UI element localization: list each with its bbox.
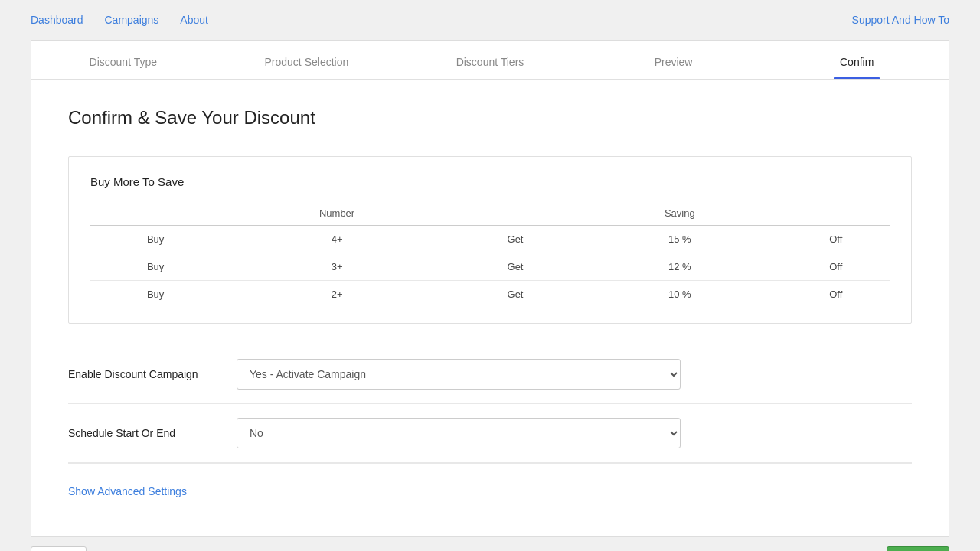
table-row: Buy 3+ Get 12 % Off bbox=[90, 253, 890, 281]
top-nav: Dashboard Campaigns About Support And Ho… bbox=[0, 0, 980, 40]
row1-col2: 4+ bbox=[220, 226, 453, 253]
col-header-number: Number bbox=[220, 201, 453, 226]
table-row: Buy 4+ Get 15 % Off bbox=[90, 226, 890, 253]
step-confim[interactable]: Confim bbox=[765, 41, 949, 79]
footer-bar: Back Save bbox=[0, 537, 980, 551]
advanced-settings-section: Show Advanced Settings bbox=[68, 463, 912, 497]
schedule-select[interactable]: No Yes bbox=[237, 418, 681, 448]
nav-links: Dashboard Campaigns About bbox=[31, 14, 208, 26]
row3-col4: 10 % bbox=[577, 281, 782, 308]
schedule-label: Schedule Start Or End bbox=[68, 427, 237, 439]
table-section-title: Buy More To Save bbox=[90, 175, 890, 188]
enable-campaign-row: Enable Discount Campaign Yes - Activate … bbox=[68, 345, 912, 404]
enable-campaign-wrapper: Yes - Activate Campaign No - Deactivate … bbox=[237, 359, 912, 390]
col-header-saving: Saving bbox=[577, 201, 782, 226]
row3-col1: Buy bbox=[90, 281, 220, 308]
step-preview[interactable]: Preview bbox=[582, 41, 766, 79]
nav-campaigns[interactable]: Campaigns bbox=[105, 14, 159, 26]
schedule-wrapper: No Yes bbox=[237, 418, 912, 448]
row3-col5: Off bbox=[782, 281, 890, 308]
col-header-empty2 bbox=[453, 201, 577, 226]
save-button[interactable]: Save bbox=[887, 546, 949, 551]
row1-col1: Buy bbox=[90, 226, 220, 253]
advanced-settings-link[interactable]: Show Advanced Settings bbox=[68, 485, 187, 497]
row2-col3: Get bbox=[453, 253, 577, 281]
row2-col5: Off bbox=[782, 253, 890, 281]
step-discount-type[interactable]: Discount Type bbox=[31, 41, 215, 79]
row3-col3: Get bbox=[453, 281, 577, 308]
col-header-empty1 bbox=[90, 201, 220, 226]
row1-col5: Off bbox=[782, 226, 890, 253]
schedule-row: Schedule Start Or End No Yes bbox=[68, 404, 912, 463]
enable-campaign-label: Enable Discount Campaign bbox=[68, 368, 237, 380]
step-discount-tiers[interactable]: Discount Tiers bbox=[398, 41, 582, 79]
table-section: Buy More To Save Number Saving Buy 4+ bbox=[68, 156, 912, 324]
main-container: Discount Type Product Selection Discount… bbox=[31, 40, 949, 537]
row2-col1: Buy bbox=[90, 253, 220, 281]
col-header-empty3 bbox=[782, 201, 890, 226]
row2-col4: 12 % bbox=[577, 253, 782, 281]
row1-col4: 15 % bbox=[577, 226, 782, 253]
content-area: Confirm & Save Your Discount Buy More To… bbox=[31, 80, 949, 528]
nav-about[interactable]: About bbox=[180, 14, 208, 26]
page-title: Confirm & Save Your Discount bbox=[68, 107, 912, 129]
nav-support: Support And How To bbox=[852, 14, 949, 26]
row2-col2: 3+ bbox=[220, 253, 453, 281]
table-row: Buy 2+ Get 10 % Off bbox=[90, 281, 890, 308]
steps-bar: Discount Type Product Selection Discount… bbox=[31, 41, 949, 80]
back-button[interactable]: Back bbox=[31, 546, 87, 551]
nav-dashboard[interactable]: Dashboard bbox=[31, 14, 83, 26]
discount-table: Number Saving Buy 4+ Get 15 % Off bbox=[90, 201, 890, 308]
support-link[interactable]: Support And How To bbox=[852, 14, 949, 26]
enable-campaign-select[interactable]: Yes - Activate Campaign No - Deactivate … bbox=[237, 359, 681, 390]
row1-col3: Get bbox=[453, 226, 577, 253]
step-product-selection[interactable]: Product Selection bbox=[215, 41, 399, 79]
row3-col2: 2+ bbox=[220, 281, 453, 308]
